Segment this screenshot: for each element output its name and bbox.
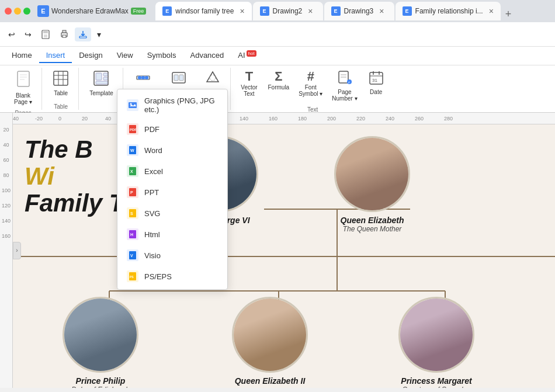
page-number-label: PageNumber ▾	[332, 89, 357, 102]
tab-windsor-close[interactable]: ×	[240, 6, 244, 16]
export-visio-label: Visio	[144, 251, 161, 260]
queen-mother-title: The Queen Mother	[334, 225, 410, 233]
redo-button[interactable]: ↪	[21, 27, 35, 41]
export-word-item[interactable]: W Word	[117, 140, 227, 161]
export-word-label: Word	[144, 146, 162, 155]
svg-rect-5	[63, 35, 66, 37]
tab-family[interactable]: E Family relationship i... ×	[396, 2, 501, 20]
page-number-icon: #	[337, 70, 352, 88]
ribbon-group-text: T VectorText Σ Formula # FontSymbol ▾ # …	[232, 68, 394, 110]
export-button[interactable]	[75, 27, 91, 41]
blank-page-icon	[15, 70, 32, 91]
collapse-panel-button[interactable]: ›	[13, 242, 21, 259]
shape-icon	[205, 70, 220, 88]
svg-rect-7	[18, 71, 29, 86]
svg-point-24	[145, 76, 148, 79]
export-svg-item[interactable]: S SVG	[117, 203, 227, 224]
svg-point-22	[138, 76, 141, 79]
export-pdf-item[interactable]: PDF PDF	[117, 119, 227, 140]
toolbar: ↩ ↪ ▾	[0, 22, 555, 47]
tab-windsor[interactable]: E windsor family tree ×	[155, 2, 251, 20]
save-button[interactable]	[37, 27, 54, 41]
export-menu: Graphics (PNG, JPG etc.) PDF PDF W Word …	[117, 89, 228, 290]
tab-design[interactable]: Design	[72, 48, 109, 63]
tab-windsor-label: windsor family tree	[175, 7, 234, 15]
export-ppt-label: PPT	[144, 188, 159, 197]
tab-drawing2[interactable]: E Drawing2 ×	[253, 2, 323, 20]
table-label: Table	[54, 90, 68, 96]
svg-rect-19	[103, 77, 107, 80]
main-area: 40 -20 0 20 40 60 80 100 120 140 160 180…	[0, 113, 555, 388]
svg-text:V: V	[130, 254, 133, 258]
table-icon	[53, 70, 69, 89]
svg-rect-1	[43, 30, 48, 33]
ribbon-group-table: Table Table	[43, 68, 79, 110]
tab-family-label: Family relationship i...	[415, 7, 483, 15]
vector-text-button[interactable]: T VectorText	[237, 68, 262, 99]
svg-text:31: 31	[372, 78, 377, 83]
queen-mother-name: Queen Elizabeth	[334, 216, 410, 225]
svg-text:S: S	[130, 211, 133, 216]
export-graphics-item[interactable]: Graphics (PNG, JPG etc.)	[117, 92, 227, 119]
export-ppt-item[interactable]: P PPT	[117, 182, 227, 203]
export-svg-label: SVG	[144, 209, 160, 218]
ai-hot-badge: hot	[247, 50, 256, 57]
princess-margaret-name: Princess Margaret	[398, 376, 474, 386]
tab-drawing3[interactable]: E Drawing3 ×	[324, 2, 394, 20]
svg-point-46	[130, 103, 132, 105]
new-tab-button[interactable]: +	[502, 8, 515, 20]
tab-insert[interactable]: Insert	[39, 48, 72, 63]
person-queen-mother: Queen Elizabeth The Queen Mother	[334, 136, 410, 233]
tab-symbols[interactable]: Symbols	[140, 48, 183, 63]
pdf-icon: PDF	[127, 123, 138, 135]
export-excel-label: Excel	[144, 167, 163, 176]
canvas[interactable]: The B Wi Family Tree	[13, 124, 555, 388]
template-label: Template	[89, 90, 113, 96]
svg-rect-11	[54, 71, 68, 85]
blank-page-label: BlankPage ▾	[14, 92, 32, 105]
export-excel-item[interactable]: X Excel	[117, 161, 227, 182]
page-number-button[interactable]: # PageNumber ▾	[328, 68, 360, 104]
formula-button[interactable]: Σ Formula	[265, 68, 293, 93]
date-button[interactable]: 31 Date	[363, 68, 389, 98]
print-button[interactable]	[56, 27, 72, 41]
tab-family-close[interactable]: ×	[489, 6, 494, 16]
export-visio-item[interactable]: V Visio	[117, 245, 227, 266]
word-icon: W	[127, 144, 138, 156]
svg-rect-4	[63, 30, 66, 33]
more-button[interactable]: ▾	[93, 27, 105, 41]
svg-text:W: W	[130, 148, 134, 152]
ribbon: Home Insert Design View Symbols Advanced…	[0, 47, 555, 113]
export-pdf-label: PDF	[144, 125, 159, 134]
export-html-item[interactable]: H Html	[117, 224, 227, 245]
person-prince-philip: Prince Philip Duke of Edinburgh	[63, 297, 138, 388]
person-queen-elizabeth2: Queen Elizabeth II	[232, 297, 308, 386]
undo-button[interactable]: ↩	[5, 27, 19, 41]
tab-home[interactable]: Home	[5, 48, 39, 63]
person-princess-margaret: Princess Margaret Countess of Snowdon	[398, 297, 474, 388]
tab-drawing2-label: Drawing2	[273, 7, 303, 15]
prince-philip-name: Prince Philip	[63, 376, 138, 386]
app-badge: Free	[131, 8, 147, 15]
graphics-icon	[127, 99, 138, 111]
app-name: Wondershare EdrawMax	[51, 7, 129, 15]
template-button[interactable]: Template	[85, 68, 118, 99]
tab-ai[interactable]: AIhot	[231, 48, 263, 63]
svg-text:H: H	[130, 233, 133, 237]
tab-drawing3-close[interactable]: ×	[379, 6, 384, 16]
svg-rect-20	[96, 81, 107, 84]
tab-advanced[interactable]: Advanced	[183, 48, 231, 63]
vector-text-label: VectorText	[241, 84, 257, 97]
text-group-label: Text	[307, 106, 318, 113]
svg-rect-17	[96, 73, 102, 80]
tab-drawing2-close[interactable]: ×	[308, 6, 313, 16]
svg-rect-27	[179, 75, 183, 81]
font-symbol-label: FontSymbol ▾	[299, 84, 322, 97]
export-pseps-item[interactable]: PS PS/EPS	[117, 266, 227, 287]
blank-page-button[interactable]: BlankPage ▾	[9, 68, 37, 107]
font-symbol-button[interactable]: # FontSymbol ▾	[295, 68, 326, 99]
table-button[interactable]: Table	[48, 68, 74, 99]
export-pseps-label: PS/EPS	[144, 272, 172, 281]
ruler-left: 20 40 60 80 100 120 140 160	[0, 113, 13, 388]
tab-view[interactable]: View	[110, 48, 140, 63]
